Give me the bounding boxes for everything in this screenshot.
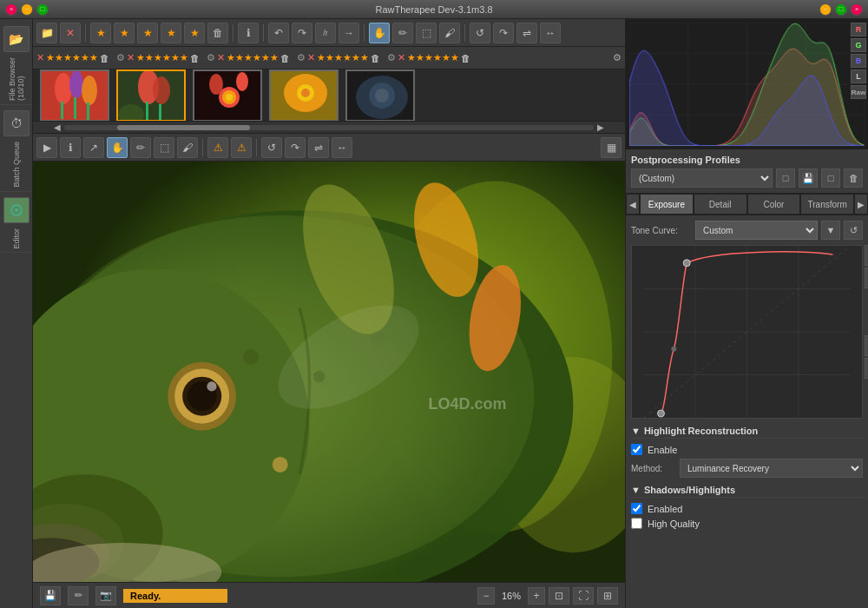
titlebar-min[interactable]: −: [819, 3, 832, 16]
curve-save-1-button[interactable]: 💾: [865, 335, 868, 356]
tab-color[interactable]: Color: [747, 194, 801, 215]
editor-info-button[interactable]: ℹ: [60, 137, 81, 158]
histogram-l-button[interactable]: L: [851, 69, 866, 83]
sidebar-editor-icon[interactable]: [3, 197, 30, 223]
tab-detail[interactable]: Detail: [694, 194, 747, 215]
tone-curve-select[interactable]: Custom: [695, 221, 818, 240]
star-3-button[interactable]: ★: [137, 23, 158, 43]
profiles-select[interactable]: (Custom): [631, 169, 773, 188]
fs-x-4[interactable]: ✕: [307, 52, 315, 63]
editor-select-button[interactable]: ⬚: [154, 137, 174, 158]
flip-h-button[interactable]: ⇌: [516, 23, 537, 43]
tab-transform[interactable]: Transform: [800, 194, 854, 215]
fit-button[interactable]: ⊡: [549, 587, 569, 605]
thumbnail-2[interactable]: [116, 69, 186, 121]
tone-down-button[interactable]: ▼: [821, 221, 840, 240]
fs-x-3[interactable]: ✕: [217, 52, 225, 63]
profile-delete-button[interactable]: 🗑: [844, 169, 863, 188]
thumbnail-5[interactable]: [345, 69, 415, 121]
editor-grid-button[interactable]: ▦: [601, 137, 621, 158]
close-button-tb[interactable]: ✕: [60, 23, 81, 43]
star-2-button[interactable]: ★: [114, 23, 135, 43]
curve-copy-button[interactable]: ⎘: [865, 245, 868, 266]
titlebar-max[interactable]: □: [835, 3, 847, 16]
hr-enable-checkbox[interactable]: [631, 444, 642, 455]
select-tool-button[interactable]: ⬚: [416, 23, 437, 43]
star-5-button[interactable]: ★: [184, 23, 205, 43]
curve-save-2-button[interactable]: 💾: [865, 358, 868, 379]
fullscreen-button[interactable]: ⛶: [573, 587, 594, 605]
profile-copy-button[interactable]: □: [776, 169, 795, 188]
editor-pencil-button[interactable]: ✏: [130, 137, 151, 158]
redo-button[interactable]: ↷: [292, 23, 312, 43]
window-right-controls[interactable]: − □ ×: [819, 3, 863, 16]
profile-load-button[interactable]: □: [821, 169, 840, 188]
editor-arrow-button[interactable]: ↗: [83, 137, 104, 158]
fs-x-1[interactable]: ✕: [36, 52, 44, 63]
view-mode-button[interactable]: ⊞: [597, 587, 618, 605]
filmstrip-scrollbar[interactable]: ◀ ▶: [33, 121, 625, 133]
rotate-left-button[interactable]: ↺: [470, 23, 490, 43]
tone-refresh-button[interactable]: ↺: [844, 221, 863, 240]
save-button-bottom[interactable]: 💾: [40, 586, 61, 605]
star-1-button[interactable]: ★: [90, 23, 111, 43]
maximize-button[interactable]: □: [36, 3, 49, 16]
star-4-button[interactable]: ★: [161, 23, 181, 43]
sidebar-batch-queue-icon[interactable]: ⏱: [3, 110, 30, 136]
histogram-raw-button[interactable]: Raw: [851, 85, 866, 99]
paint-tool-button[interactable]: 🖌: [439, 23, 460, 43]
editor-warn-2[interactable]: ⚠: [231, 137, 252, 158]
curve-paste-button[interactable]: ⎗: [865, 268, 868, 288]
undo-button[interactable]: ↶: [268, 23, 289, 43]
scroll-left-button[interactable]: ◀: [50, 122, 64, 132]
close-button[interactable]: ×: [5, 3, 17, 16]
hand-tool-button[interactable]: ✋: [369, 23, 390, 43]
sidebar-file-browser-icon[interactable]: 📂: [3, 26, 30, 52]
forward-button[interactable]: →: [339, 23, 359, 43]
open-folder-button[interactable]: 📁: [36, 23, 57, 43]
titlebar-close[interactable]: ×: [851, 3, 863, 16]
panel-next-button[interactable]: ▶: [854, 194, 868, 215]
sh-hq-checkbox[interactable]: [631, 518, 642, 529]
zoom-in-button[interactable]: +: [528, 587, 545, 605]
editor-rotate-left[interactable]: ↺: [261, 137, 282, 158]
histogram-b-button[interactable]: B: [851, 54, 866, 68]
thumbnail-3[interactable]: [193, 69, 262, 121]
info-button[interactable]: ℹ: [238, 23, 259, 43]
rotate-right-button[interactable]: ↷: [493, 23, 514, 43]
scroll-track[interactable]: [64, 125, 594, 130]
curve-box[interactable]: [631, 245, 863, 419]
fs-x-5[interactable]: ✕: [398, 52, 405, 63]
thumbnail-1[interactable]: [40, 69, 109, 121]
fs-trash-5[interactable]: 🗑: [461, 53, 470, 63]
fs-settings[interactable]: ⚙: [613, 52, 621, 63]
editor-flip-h[interactable]: ⇌: [308, 137, 329, 158]
window-controls[interactable]: × − □: [5, 3, 49, 16]
fs-x-2[interactable]: ✕: [127, 52, 135, 63]
flip-v-button[interactable]: ↔: [540, 23, 561, 43]
editor-rotate-right[interactable]: ↷: [285, 137, 306, 158]
panel-prev-button[interactable]: ◀: [626, 194, 640, 215]
scroll-thumb[interactable]: [117, 125, 250, 130]
fs-trash-2[interactable]: 🗑: [190, 53, 200, 63]
tab-exposure[interactable]: Exposure: [640, 194, 694, 215]
editor-play-button[interactable]: ▶: [36, 137, 57, 158]
camera-button-bottom[interactable]: 📷: [95, 586, 116, 605]
editor-hand-button[interactable]: ✋: [107, 137, 128, 158]
thumbnail-4[interactable]: [269, 69, 339, 121]
fs-trash-3[interactable]: 🗑: [280, 53, 290, 63]
histogram-r-button[interactable]: R: [851, 23, 866, 36]
fs-trash-1[interactable]: 🗑: [100, 53, 109, 63]
edit-button-bottom[interactable]: ✏: [68, 586, 89, 605]
profile-save-button[interactable]: 💾: [799, 169, 818, 188]
zoom-out-button[interactable]: −: [477, 587, 495, 605]
editor-warn-1[interactable]: ⚠: [207, 137, 228, 158]
sh-enabled-checkbox[interactable]: [631, 503, 642, 514]
minimize-button[interactable]: −: [21, 3, 33, 16]
picker-tool-button[interactable]: ✏: [392, 23, 413, 43]
scroll-right-button[interactable]: ▶: [594, 122, 608, 132]
hr-method-select[interactable]: Luminance Recovery Highlight Propagation…: [680, 459, 863, 478]
raw-button[interactable]: /r: [315, 23, 336, 43]
editor-paint-button[interactable]: 🖌: [177, 137, 198, 158]
editor-flip-v[interactable]: ↔: [332, 137, 352, 158]
